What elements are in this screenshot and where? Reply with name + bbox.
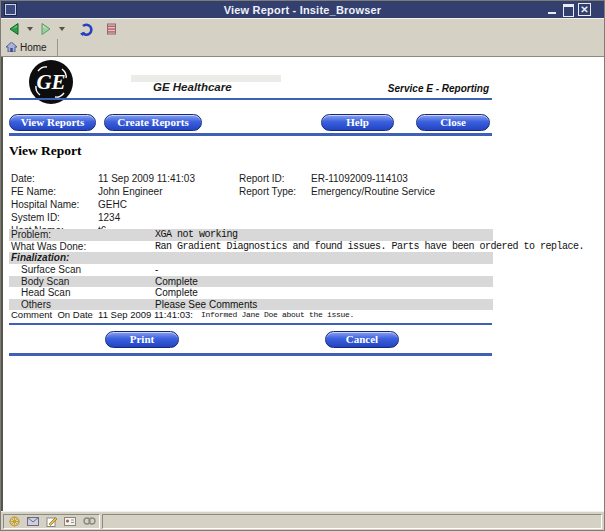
- brand-title: GE Healthcare: [153, 81, 232, 93]
- row-value: XGA not working: [155, 229, 238, 241]
- tab-bar: Home: [1, 39, 604, 57]
- browser-toolbar: [1, 18, 604, 40]
- minimize-icon[interactable]: [546, 3, 559, 16]
- back-dropdown-icon[interactable]: [27, 27, 33, 31]
- row-label: Head Scan: [21, 287, 70, 299]
- header-divider: [9, 98, 492, 100]
- info-value: ER-11092009-114103: [311, 172, 408, 185]
- home-icon: [6, 42, 17, 54]
- mail-icon[interactable]: [27, 517, 39, 526]
- cancel-button[interactable]: Cancel: [325, 331, 399, 348]
- row-value: Complete: [155, 276, 198, 288]
- help-button[interactable]: Help: [321, 114, 394, 131]
- reload-icon[interactable]: [79, 22, 94, 37]
- row-label: Surface Scan: [21, 264, 81, 276]
- title-bar: View Report - Insite_Browser ✕: [1, 1, 604, 18]
- nav-divider: [9, 133, 492, 136]
- component-bar: [3, 514, 100, 529]
- navigator-icon[interactable]: [9, 516, 20, 527]
- close-icon[interactable]: ✕: [578, 3, 591, 16]
- info-label: Report ID:: [239, 172, 285, 185]
- row-label: Finalization:: [11, 252, 69, 264]
- status-message-field: [102, 514, 602, 529]
- table-row: Body Scan Complete: [9, 276, 493, 288]
- tab-home[interactable]: Home: [1, 39, 58, 56]
- browser-window: View Report - Insite_Browser ✕ Home: [0, 0, 605, 531]
- info-value: Emergency/Routine Service: [311, 185, 435, 198]
- create-reports-button[interactable]: Create Reports: [104, 114, 202, 131]
- footer-divider: [9, 353, 492, 356]
- forward-dropdown-icon[interactable]: [59, 27, 65, 31]
- app-title: Service E - Reporting: [303, 83, 489, 94]
- page-content: GE GE Healthcare Service E - Reporting V…: [1, 57, 604, 512]
- report-detail-table: Problem: XGA not working What Was Done: …: [9, 229, 493, 310]
- row-value: -: [155, 264, 158, 276]
- link-icon[interactable]: [83, 517, 96, 525]
- page-title: View Report: [9, 143, 82, 159]
- table-row: Problem: XGA not working: [9, 229, 493, 241]
- addressbook-icon[interactable]: [64, 517, 76, 526]
- info-value: John Engineer: [98, 185, 163, 198]
- row-label: Body Scan: [21, 276, 69, 288]
- info-value: 11 Sep 2009 11:41:03: [98, 172, 195, 185]
- forward-icon[interactable]: [39, 22, 53, 36]
- view-reports-button[interactable]: View Reports: [9, 114, 96, 131]
- print-button[interactable]: Print: [105, 331, 179, 348]
- table-row: Surface Scan -: [9, 264, 493, 276]
- row-value: Complete: [155, 287, 198, 299]
- table-row: What Was Done: Ran Gradient Diagnostics …: [9, 241, 493, 253]
- table-row: Finalization:: [9, 252, 493, 264]
- row-label: Problem:: [11, 229, 51, 241]
- info-value: 1234: [98, 211, 120, 224]
- info-label: Hospital Name:: [11, 198, 79, 211]
- info-label: FE Name:: [11, 185, 56, 198]
- window-title: View Report - Insite_Browser: [1, 4, 604, 16]
- info-label: System ID:: [11, 211, 60, 224]
- table-row: Head Scan Complete: [9, 287, 493, 299]
- status-bar: [1, 511, 604, 530]
- tab-home-label: Home: [20, 42, 47, 53]
- back-icon[interactable]: [7, 22, 21, 36]
- close-button[interactable]: Close: [416, 114, 490, 131]
- info-value: GEHC: [98, 198, 127, 211]
- composer-icon[interactable]: [46, 516, 57, 527]
- comment-value: Informed Jane Doe about the issue.: [201, 309, 354, 321]
- comment-label: Comment On Date 11 Sep 2009 11:41:03:: [11, 309, 193, 321]
- info-label: Report Type:: [239, 185, 296, 198]
- window-controls: ✕: [546, 3, 591, 16]
- info-label: Date:: [11, 172, 35, 185]
- ge-logo: GE: [28, 59, 74, 109]
- row-value: Ran Gradient Diagnostics and found issue…: [155, 241, 584, 253]
- svg-text:GE: GE: [36, 70, 65, 94]
- maximize-icon[interactable]: [562, 3, 575, 16]
- printer-icon[interactable]: [105, 22, 118, 36]
- row-label: What Was Done:: [11, 241, 86, 253]
- comment-divider: [9, 323, 492, 325]
